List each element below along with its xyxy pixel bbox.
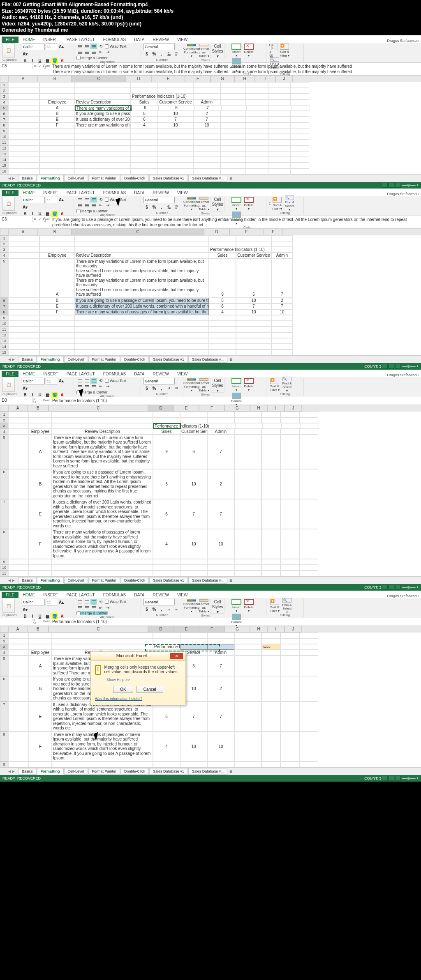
cell[interactable] bbox=[209, 350, 236, 355]
cell[interactable] bbox=[180, 559, 207, 565]
cell[interactable] bbox=[39, 157, 75, 163]
row-header[interactable]: 3 bbox=[0, 644, 8, 650]
cell[interactable] bbox=[220, 117, 246, 122]
row-header[interactable]: 3 bbox=[0, 94, 8, 99]
increase-decimal-button[interactable]: .0 bbox=[166, 385, 172, 391]
cell[interactable] bbox=[153, 638, 180, 644]
cell[interactable] bbox=[235, 423, 262, 429]
align-center-icon[interactable] bbox=[83, 384, 90, 389]
view-break-icon[interactable] bbox=[395, 364, 401, 369]
increase-font-icon[interactable]: A▴ bbox=[58, 378, 65, 384]
percent-button[interactable]: % bbox=[151, 204, 157, 210]
cell[interactable] bbox=[290, 128, 309, 134]
cell[interactable] bbox=[8, 128, 39, 134]
sheet-tab[interactable]: Sales Database v... bbox=[188, 577, 227, 584]
increase-decimal-button[interactable]: .0.00 bbox=[166, 204, 172, 210]
number-format-select[interactable] bbox=[143, 197, 175, 203]
cell[interactable] bbox=[299, 412, 318, 417]
cell[interactable] bbox=[29, 638, 52, 644]
cell[interactable] bbox=[131, 151, 158, 157]
cell[interactable]: 5 bbox=[131, 111, 158, 117]
cell[interactable] bbox=[280, 429, 299, 435]
cell[interactable] bbox=[8, 761, 29, 767]
cell[interactable]: Sales bbox=[131, 99, 158, 105]
cell[interactable] bbox=[8, 140, 39, 145]
column-header[interactable]: H bbox=[250, 405, 267, 412]
cell[interactable] bbox=[39, 168, 75, 174]
cell[interactable] bbox=[236, 321, 271, 327]
tab-review[interactable]: REVIEW bbox=[148, 190, 173, 196]
underline-button[interactable]: U bbox=[37, 58, 43, 64]
align-left-icon[interactable] bbox=[76, 202, 83, 208]
tab-formulas[interactable]: FORMULAS bbox=[99, 37, 130, 43]
percent-button[interactable]: % bbox=[151, 51, 157, 57]
cell[interactable]: 6 bbox=[159, 105, 194, 111]
cell[interactable] bbox=[220, 151, 246, 157]
cell[interactable] bbox=[290, 117, 309, 122]
format-as-table-button[interactable]: Format as Table ▾ bbox=[198, 44, 210, 58]
cell[interactable] bbox=[236, 327, 271, 332]
cell[interactable] bbox=[299, 559, 318, 565]
align-bottom-icon[interactable] bbox=[90, 599, 97, 605]
tab-insert[interactable]: INSERT bbox=[39, 37, 62, 43]
cell[interactable] bbox=[221, 105, 247, 111]
cell[interactable] bbox=[8, 304, 39, 309]
cell[interactable]: B bbox=[39, 111, 75, 117]
tab-home[interactable]: HOME bbox=[19, 592, 39, 598]
cell[interactable] bbox=[209, 332, 236, 338]
cell[interactable] bbox=[39, 140, 75, 145]
cell[interactable] bbox=[208, 423, 235, 429]
fill-color-button[interactable]: 🪣 bbox=[51, 392, 58, 398]
cell[interactable] bbox=[75, 88, 131, 94]
cell[interactable] bbox=[131, 145, 158, 151]
cell[interactable] bbox=[280, 644, 299, 650]
cell[interactable] bbox=[299, 571, 318, 576]
sheet-tab[interactable]: Formatting bbox=[37, 356, 64, 363]
cell[interactable] bbox=[193, 145, 220, 151]
sheet-tab-double-click[interactable]: Double-Click bbox=[120, 175, 149, 182]
cell[interactable] bbox=[246, 157, 268, 163]
cell[interactable] bbox=[290, 163, 309, 168]
cell[interactable]: 4 bbox=[209, 309, 236, 315]
sort-filter-button[interactable]: 🔽Sort & Filter ▾ bbox=[269, 378, 280, 392]
cell[interactable] bbox=[207, 761, 234, 767]
font-name-input[interactable] bbox=[22, 599, 45, 605]
cell[interactable]: E bbox=[39, 117, 75, 122]
merge-center-checkbox[interactable]: Merge & Center bbox=[76, 209, 108, 213]
cell[interactable] bbox=[8, 315, 39, 321]
cell[interactable] bbox=[193, 82, 220, 88]
tab-view[interactable]: VIEW bbox=[173, 37, 192, 43]
font-size-input[interactable] bbox=[46, 44, 57, 50]
border-button[interactable]: ▦ bbox=[44, 58, 51, 64]
cell[interactable] bbox=[280, 417, 299, 423]
cell[interactable] bbox=[261, 650, 280, 656]
cell[interactable] bbox=[290, 157, 309, 163]
sheet-tab[interactable]: Formatting bbox=[37, 577, 64, 584]
cell[interactable] bbox=[236, 247, 271, 253]
cell[interactable] bbox=[300, 423, 319, 429]
currency-button[interactable]: $ bbox=[143, 51, 150, 57]
row-header[interactable]: 4 bbox=[0, 99, 8, 105]
cell[interactable] bbox=[280, 571, 299, 576]
font-size-input[interactable] bbox=[46, 197, 57, 203]
sheet-tab[interactable]: Cell-Level bbox=[64, 356, 88, 363]
add-sheet-icon[interactable]: ⊕ bbox=[229, 769, 233, 773]
cell[interactable] bbox=[220, 99, 246, 105]
column-header[interactable]: G bbox=[224, 405, 250, 412]
italic-button[interactable]: I bbox=[29, 58, 36, 64]
currency-button[interactable]: $ bbox=[143, 204, 150, 210]
cell[interactable] bbox=[268, 163, 290, 168]
row-header[interactable]: 15 bbox=[0, 163, 8, 168]
file-tab[interactable]: FILE bbox=[2, 190, 19, 196]
italic-button[interactable]: I bbox=[29, 613, 36, 619]
tab-formulas[interactable]: FORMULAS bbox=[99, 592, 130, 598]
view-normal-icon[interactable] bbox=[382, 585, 388, 590]
cell[interactable] bbox=[290, 82, 309, 88]
cell[interactable] bbox=[39, 128, 75, 134]
sheet-tab[interactable]: Format Painter bbox=[88, 768, 120, 775]
row-header[interactable]: 9 bbox=[0, 128, 8, 134]
font-color-button[interactable]: A bbox=[59, 58, 65, 64]
column-header[interactable]: E bbox=[173, 405, 199, 412]
cell[interactable] bbox=[236, 338, 271, 344]
cell[interactable] bbox=[158, 88, 193, 94]
